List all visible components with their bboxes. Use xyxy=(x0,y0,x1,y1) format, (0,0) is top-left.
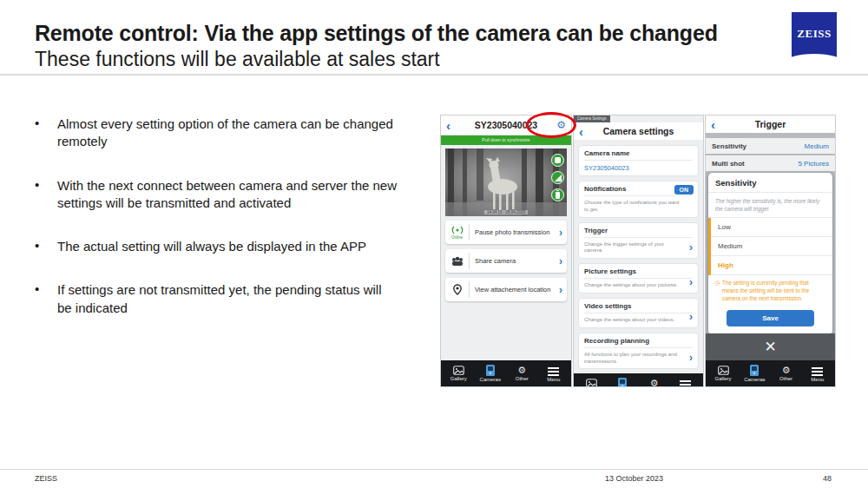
camera-name-value: SY2305040023 xyxy=(584,161,693,172)
button-label: Share camera xyxy=(470,257,559,265)
app-header: ‹ Camera settings xyxy=(574,122,703,140)
gallery-icon xyxy=(453,366,464,375)
camera-name-card[interactable]: Camera name SY2305040023 xyxy=(578,145,699,176)
chevron-right-icon: › xyxy=(559,256,567,267)
deer-photo-image xyxy=(445,148,567,216)
gear-icon: ⚙ xyxy=(517,366,526,375)
row-label: Multi shot xyxy=(712,160,745,168)
screenshot-camera-settings: Camera Settings ‹ Camera settings Camera… xyxy=(574,115,703,386)
nav-gallery[interactable]: Gallery xyxy=(710,366,736,381)
hamburger-menu-icon xyxy=(680,379,691,386)
list-item: • The actual setting will always be disp… xyxy=(35,238,399,255)
option-high[interactable]: High xyxy=(711,256,832,275)
sensitivity-row[interactable]: Sensitivity Medium xyxy=(706,138,835,154)
bullet-list: • Almost every setting option of the cam… xyxy=(35,115,399,343)
list-item: • If settings are not transmitted yet, t… xyxy=(35,281,399,317)
nav-menu[interactable]: Menu xyxy=(805,366,831,382)
hamburger-menu-icon xyxy=(812,366,823,376)
bullet-icon: • xyxy=(35,238,57,255)
button-label: View attachement location xyxy=(470,286,559,293)
nav-other[interactable]: ⚙ Other xyxy=(773,366,799,381)
option-low[interactable]: Low xyxy=(711,218,832,237)
footer-date: 13 October 2023 xyxy=(605,474,663,483)
footer-page-number: 48 xyxy=(823,474,832,483)
trail-camera-icon xyxy=(750,365,759,376)
zeiss-logo-text: ZEISS xyxy=(792,27,837,41)
multi-shot-row[interactable]: Multi shot 5 Pictures xyxy=(706,155,835,171)
bullet-icon: • xyxy=(35,281,57,317)
picture-settings-row[interactable]: Picture settings Change the settings abo… xyxy=(578,263,699,293)
trail-camera-icon xyxy=(486,365,495,376)
nav-cameras[interactable]: Cameras xyxy=(609,378,635,386)
chevron-right-icon: › xyxy=(559,228,567,238)
option-medium[interactable]: Medium xyxy=(711,237,832,256)
nav-label: Cameras xyxy=(744,377,765,382)
field-label: Trigger xyxy=(584,227,693,238)
nav-cameras[interactable]: Cameras xyxy=(477,365,503,382)
nav-cameras[interactable]: Cameras xyxy=(741,365,767,382)
gallery-icon xyxy=(586,379,597,386)
row-value: 5 Pictures xyxy=(798,160,829,168)
app-header: ‹ Trigger xyxy=(706,115,835,133)
app-header: ‹ SY2305040023 ⚙ xyxy=(441,115,571,135)
gallery-icon xyxy=(718,366,729,375)
share-camera-button[interactable]: Share camera › xyxy=(445,249,567,273)
nav-menu[interactable]: Menu xyxy=(541,366,567,382)
nav-other[interactable]: ⚙ Other xyxy=(509,366,535,381)
page-subtitle: These functions will be available at sal… xyxy=(35,48,440,71)
nav-label: Other xyxy=(516,376,529,381)
bullet-text: If settings are not transmitted yet, the… xyxy=(57,281,399,317)
nav-label: Cameras xyxy=(480,377,501,382)
notifications-toggle[interactable]: ON xyxy=(674,185,694,195)
sensitivity-modal: Sensitivity The higher the sensitivity i… xyxy=(708,173,832,333)
trail-camera-icon xyxy=(618,378,627,386)
screenshot-camera-detail: ‹ SY2305040023 ⚙ Pull down to synchroniz… xyxy=(441,115,571,386)
window-label: Camera Settings xyxy=(574,115,703,122)
antenna-icon xyxy=(450,226,464,234)
recording-planning-row[interactable]: Recording planning All functions to plan… xyxy=(578,333,699,370)
list-item: • With the next connect between camera a… xyxy=(35,177,399,213)
nav-other[interactable]: ⚙ Other xyxy=(641,379,667,386)
dimmed-background: Sensitivity Medium Multi shot 5 Pictures… xyxy=(706,133,835,360)
modal-backdrop: ✕ xyxy=(706,333,835,360)
bottom-nav: Gallery Cameras ⚙ Other Menu xyxy=(574,373,703,386)
field-label: Recording planning xyxy=(584,337,693,348)
nav-gallery[interactable]: Gallery xyxy=(578,379,604,386)
trail-photo: 14:04:15 - 05.04.2023 xyxy=(445,148,567,216)
field-description: Choose the type of notifications you wan… xyxy=(584,196,693,214)
pause-transmission-button[interactable]: Online Pause photo transmission › xyxy=(445,221,567,244)
chevron-right-icon: › xyxy=(689,312,693,322)
chevron-right-icon: › xyxy=(689,353,693,363)
pending-text: The setting is currently pending that me… xyxy=(722,280,825,302)
bullet-text: The actual setting will always be displa… xyxy=(57,238,366,255)
hamburger-menu-icon xyxy=(548,366,559,376)
nav-label: Other xyxy=(779,376,792,381)
nav-menu[interactable]: Menu xyxy=(673,379,699,386)
video-settings-row[interactable]: Video settings Change the settings about… xyxy=(578,298,699,328)
button-label: Pause photo transmission xyxy=(470,228,559,236)
close-icon[interactable]: ✕ xyxy=(764,338,776,356)
nav-label: Menu xyxy=(811,377,824,382)
clock-icon: ◷ xyxy=(714,280,720,302)
screenshot-trigger-sensitivity: ‹ Trigger Sensitivity Medium Multi shot … xyxy=(706,115,835,386)
footer-divider xyxy=(0,469,868,470)
notifications-card: Notifications ON Choose the type of noti… xyxy=(578,181,699,218)
chevron-right-icon: › xyxy=(559,285,567,295)
sd-card-status-icon xyxy=(551,154,564,167)
save-button[interactable]: Save xyxy=(727,310,813,326)
row-value: Medium xyxy=(805,142,829,150)
field-description: All functions to plan your recordings an… xyxy=(584,348,693,366)
camera-id-title: SY2305040023 xyxy=(441,120,571,130)
chevron-right-icon: › xyxy=(689,277,693,287)
trigger-settings-row[interactable]: Trigger Change the trigger settings of y… xyxy=(578,222,699,260)
nav-label: Gallery xyxy=(450,376,467,381)
field-description: Change the trigger settings of your came… xyxy=(584,238,693,255)
field-description: Change the settings about your pictures. xyxy=(584,279,693,289)
nav-gallery[interactable]: Gallery xyxy=(445,366,471,381)
header-divider xyxy=(0,74,868,76)
bullet-text: Almost every setting option of the camer… xyxy=(57,115,399,151)
view-location-button[interactable]: View attachement location › xyxy=(445,278,567,301)
row-label: Sensitivity xyxy=(712,142,746,150)
field-label: Video settings xyxy=(584,302,693,313)
nav-label: Menu xyxy=(547,377,560,382)
